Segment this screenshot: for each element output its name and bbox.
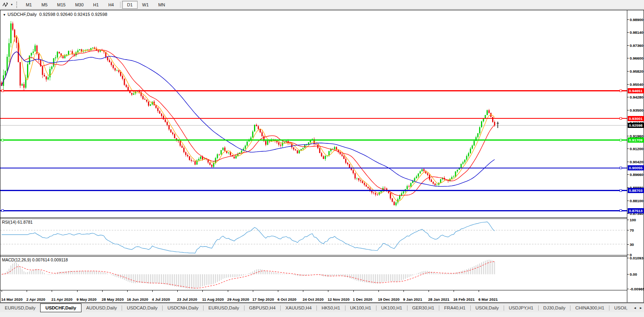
date-tick-label: 9 May 2020 [77, 297, 97, 302]
rsi-tick-label: 100 [630, 218, 636, 222]
tab-uk100-h1[interactable]: UK100,H1 [345, 303, 376, 312]
level-price-box: 0.90055 [628, 165, 644, 170]
hline-0-94651[interactable] [0, 90, 627, 92]
timeframe-h1[interactable]: H1 [88, 1, 103, 9]
date-tick-label: 6 Oct 2020 [277, 297, 297, 302]
tab-audusd-daily[interactable]: AUDUSD,Daily [81, 303, 122, 312]
hline-handle[interactable] [620, 139, 622, 141]
date-tick [303, 290, 303, 292]
rsi-tick-label: 30 [630, 242, 634, 247]
hline-handle[interactable] [2, 210, 4, 212]
tab-uk100-h1[interactable]: UK100,H1 [376, 303, 407, 312]
tool-dropdown-arrow-icon[interactable]: ▼ [9, 3, 15, 6]
date-tick-label: 16 Jun 2020 [127, 297, 148, 302]
panel-separator[interactable] [0, 217, 627, 218]
hline-0-93001[interactable] [0, 118, 627, 120]
tab-usdcnh-daily[interactable]: USDCNH,Daily [163, 303, 203, 312]
tab-eurusd-daily[interactable]: EURUSD,Daily [204, 303, 244, 312]
tab-china300-h1[interactable]: CHINA300,H1 [570, 303, 609, 312]
ohlc-close: 0.92598 [91, 12, 107, 17]
tab-eurusd-daily[interactable]: EURUSD,Daily [0, 303, 40, 312]
level-price-box: 0.94651 [628, 88, 644, 93]
rsi-tick-label: 70 [630, 228, 634, 232]
price-marker-icon[interactable] [497, 122, 499, 128]
tab-gbpusd-h4[interactable]: GBPUSD,H4 [244, 303, 280, 312]
date-tick-label: 16 Feb 2021 [453, 297, 475, 302]
tab-dj30-daily[interactable]: DJ30,Daily [539, 303, 570, 312]
hline-0-87513[interactable] [0, 210, 627, 212]
date-tick-label: 21 Apr 2020 [51, 297, 72, 302]
macd-plot[interactable] [0, 257, 627, 290]
timeframe-d1[interactable]: D1 [122, 1, 137, 9]
ohlc-high: 0.92640 [56, 12, 72, 17]
hline-handle[interactable] [620, 118, 622, 120]
panel-separator[interactable] [0, 218, 627, 219]
date-tick [228, 290, 228, 292]
macd-name: MACD(12,26,9) [2, 257, 31, 262]
date-tick-label: 28 May 2020 [102, 297, 124, 302]
hline-handle[interactable] [620, 90, 622, 92]
price-tick-label: 0.94280 [630, 95, 643, 99]
level-price-box: 0.91709 [628, 137, 644, 143]
tab-usdjpy-h1[interactable]: USDJPY,H1 [504, 303, 538, 312]
tab-usoil[interactable]: USOil, [609, 303, 632, 312]
timeframe-m1[interactable]: M1 [21, 1, 37, 9]
date-tick [77, 290, 78, 292]
panel-separator[interactable] [0, 255, 627, 255]
price-tick-label: 0.96600 [630, 56, 643, 60]
date-tick [52, 290, 52, 292]
tab-ger30-h1[interactable]: GER30,H1 [407, 303, 439, 312]
timeframe-m30[interactable]: M30 [70, 1, 88, 9]
hline-handle[interactable] [2, 90, 4, 92]
price-tick-label: 0.98140 [630, 30, 643, 35]
hline-handle[interactable] [620, 189, 622, 191]
tab-scroll-left-icon[interactable]: ◄ [633, 306, 636, 310]
cursor-tool-icon[interactable] [2, 1, 9, 8]
timeframe-m5[interactable]: M5 [37, 1, 52, 9]
rsi-plot[interactable] [0, 219, 627, 255]
toolbar-gripper[interactable] [16, 2, 19, 8]
timeframe-h4[interactable]: H4 [103, 1, 118, 9]
candlestick-chart[interactable] [0, 10, 627, 217]
hline-0-88703[interactable] [0, 189, 627, 191]
date-tick [429, 290, 429, 292]
level-price-box: 0.93001 [628, 116, 644, 121]
date-tick-label: 6 Mar 2021 [478, 297, 498, 302]
rsi-label: RSI(14) 61.8781 [2, 220, 33, 224]
timeframe-mn[interactable]: MN [153, 1, 170, 9]
hline-handle[interactable] [620, 210, 622, 212]
date-tick-label: 24 Oct 2020 [303, 297, 324, 302]
rsi-name: RSI(14) [2, 220, 16, 224]
panel-separator[interactable] [0, 290, 627, 290]
timeframe-buttons: M1M5M15M30H1H4D1W1MN [21, 1, 170, 9]
timeframe-toolbar: ▼ M1M5M15M30H1H4D1W1MN [0, 0, 644, 10]
price-tick-label: 0.95040 [630, 82, 643, 87]
tab-usdchf-daily[interactable]: USDCHF,Daily [40, 303, 81, 312]
hline-0-90055[interactable] [0, 167, 627, 169]
timeframe-w1[interactable]: W1 [138, 1, 154, 9]
macd-tick-label: -0.009653 [630, 287, 644, 291]
tab-hk50-h1[interactable]: HK50,H1 [317, 303, 345, 312]
date-tick-label: 14 Mar 2020 [1, 297, 23, 302]
chart-symbol-period: USDCHF,Daily [8, 12, 37, 17]
ohlc-open: 0.92598 [39, 12, 55, 17]
panel-separator[interactable] [0, 256, 627, 257]
tab-fra40-h1[interactable]: FRA40,H1 [439, 303, 470, 312]
hline-handle[interactable] [2, 139, 4, 141]
macd-label: MACD(12,26,9) 0.007614 0.009118 [2, 257, 68, 262]
date-tick [253, 290, 253, 292]
macd-signal-value: 0.009118 [51, 257, 68, 262]
hline-handle[interactable] [620, 167, 622, 169]
date-tick [202, 290, 203, 292]
date-tick [454, 290, 454, 292]
tab-usdcad-daily[interactable]: USDCAD,Daily [122, 303, 162, 312]
tab-scroll-right-icon[interactable]: ► [639, 306, 642, 310]
toolbar-separator [120, 2, 120, 8]
tab-xauusd-h4[interactable]: XAUUSD,H4 [281, 303, 316, 312]
window-tabs: EURUSD,DailyUSDCHF,DailyAUDUSD,DailyUSDC… [0, 303, 644, 312]
collapse-chart-icon[interactable]: ▼ [3, 13, 6, 17]
timeframe-m15[interactable]: M15 [52, 1, 70, 9]
rsi-value: 61.8781 [17, 220, 33, 224]
tab-usoil-daily[interactable]: USOil,Daily [471, 303, 504, 312]
price-tick-label: 0.95820 [630, 69, 643, 73]
